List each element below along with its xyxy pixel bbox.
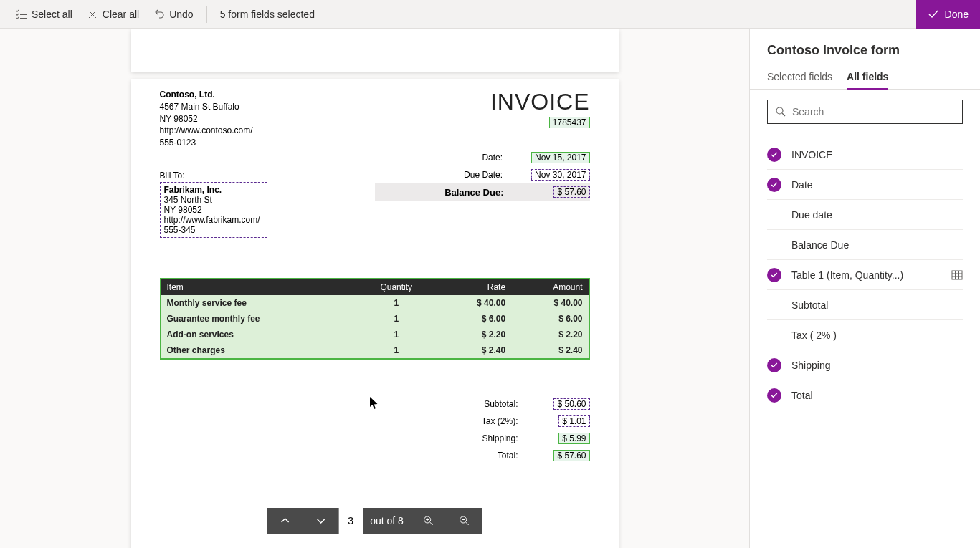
field-item[interactable]: INVOICE [767, 140, 963, 170]
tab-all-fields[interactable]: All fields [847, 71, 888, 90]
svg-rect-3 [952, 271, 962, 279]
company-block: Contoso, Ltd. 4567 Main St Buffalo NY 98… [160, 89, 253, 149]
select-all-button[interactable]: Select all [9, 0, 80, 28]
cell-item: Other charges [161, 342, 356, 359]
select-all-label: Select all [32, 9, 72, 20]
cell-item: Monthly service fee [161, 295, 356, 311]
zoom-out-icon [459, 515, 470, 527]
invoice-title: INVOICE [490, 89, 590, 115]
field-item[interactable]: Tax ( 2% ) [767, 320, 963, 350]
table-icon [951, 269, 963, 281]
selection-status: 5 form fields selected [213, 9, 322, 20]
chevron-down-icon [315, 515, 326, 527]
prev-page-button[interactable] [267, 508, 303, 534]
cell-qty: 1 [356, 342, 437, 359]
balance-due-label: Balance Due: [375, 187, 504, 198]
done-button[interactable]: Done [916, 0, 980, 29]
invoice-number-field[interactable]: 1785437 [549, 117, 590, 128]
company-url: http://www.contoso.com/ [160, 125, 253, 137]
list-check-icon [16, 9, 27, 20]
cell-item: Add-on services [161, 327, 356, 342]
cell-item: Guarantee monthly fee [161, 311, 356, 327]
zoom-in-icon [423, 515, 434, 527]
col-qty: Quantity [356, 279, 437, 295]
field-label: Due date [791, 209, 963, 221]
undo-label: Undo [169, 9, 193, 20]
toolbar-divider [206, 6, 207, 23]
company-city: NY 98052 [160, 113, 253, 125]
search-box[interactable] [767, 100, 963, 124]
table-row: Guarantee monthly fee 1 $ 6.00 $ 6.00 [161, 311, 589, 327]
field-item[interactable]: Date [767, 170, 963, 200]
total-label: Total: [160, 451, 518, 461]
check-circle-icon [767, 148, 781, 162]
shipping-field[interactable]: $ 5.99 [558, 433, 589, 444]
panel-title: Contoso invoice form [750, 43, 980, 71]
field-item[interactable]: Table 1 (Item, Quantity...) [767, 260, 963, 290]
billto-phone: 555-345 [164, 225, 263, 235]
tab-selected-fields[interactable]: Selected fields [767, 71, 832, 89]
line-items-table[interactable]: Item Quantity Rate Amount Monthly servic… [160, 278, 590, 360]
clear-all-button[interactable]: Clear all [80, 0, 146, 28]
search-input[interactable] [792, 106, 955, 117]
total-field[interactable]: $ 57.60 [553, 450, 589, 461]
date-field[interactable]: Nov 15, 2017 [531, 152, 589, 163]
field-label: Table 1 (Item, Quantity...) [791, 269, 941, 281]
next-page-button[interactable] [303, 508, 338, 534]
table-row: Monthly service fee 1 $ 40.00 $ 40.00 [161, 295, 589, 311]
check-circle-icon [767, 178, 781, 192]
due-date-field[interactable]: Nov 30, 2017 [531, 169, 589, 181]
done-label: Done [945, 9, 969, 20]
due-date-label: Due Date: [375, 170, 503, 180]
field-item[interactable]: Total [767, 380, 963, 410]
billto-city: NY 98052 [164, 205, 263, 215]
table-row: Add-on services 1 $ 2.20 $ 2.20 [161, 327, 589, 342]
x-icon [87, 9, 98, 20]
cell-qty: 1 [356, 311, 437, 327]
check-circle-icon [767, 268, 781, 282]
col-rate: Rate [437, 279, 511, 295]
company-name: Contoso, Ltd. [160, 89, 253, 101]
tax-field[interactable]: $ 1.01 [558, 415, 589, 427]
cell-rate: $ 40.00 [437, 295, 511, 311]
billto-street: 345 North St [164, 195, 263, 205]
field-label: Total [791, 390, 963, 401]
shipping-label: Shipping: [160, 433, 518, 443]
invoice-document: Contoso, Ltd. 4567 Main St Buffalo NY 98… [131, 79, 619, 548]
cell-amount: $ 6.00 [511, 311, 589, 327]
field-item[interactable]: Shipping [767, 350, 963, 380]
balance-due-field[interactable]: $ 57.60 [553, 186, 589, 198]
company-phone: 555-0123 [160, 137, 253, 149]
previous-page-sliver [131, 29, 619, 72]
field-label: Shipping [791, 360, 963, 371]
field-label: Balance Due [791, 239, 963, 251]
date-label: Date: [375, 153, 503, 163]
zoom-in-button[interactable] [411, 508, 447, 534]
cell-rate: $ 2.40 [437, 342, 511, 359]
check-circle-icon [767, 388, 781, 403]
cell-amount: $ 40.00 [511, 295, 589, 311]
clear-all-label: Clear all [103, 9, 139, 20]
cell-rate: $ 6.00 [437, 311, 511, 327]
field-item[interactable]: Balance Due [767, 230, 963, 260]
check-circle-icon [767, 358, 781, 372]
document-canvas: Contoso, Ltd. 4567 Main St Buffalo NY 98… [0, 29, 749, 548]
billto-field[interactable]: Fabrikam, Inc. 345 North St NY 98052 htt… [160, 182, 267, 238]
undo-button[interactable]: Undo [146, 0, 200, 28]
billto-url: http://www.fabrikam.com/ [164, 215, 263, 225]
page-total: out of 8 [363, 508, 411, 534]
undo-icon [153, 9, 165, 20]
field-item[interactable]: Due date [767, 200, 963, 230]
field-label: INVOICE [791, 149, 963, 160]
company-street: 4567 Main St Buffalo [160, 101, 253, 113]
col-item: Item [161, 279, 356, 295]
zoom-out-button[interactable] [447, 508, 482, 534]
cell-rate: $ 2.20 [437, 327, 511, 342]
cell-amount: $ 2.20 [511, 327, 589, 342]
search-icon [775, 106, 786, 117]
subtotal-field[interactable]: $ 50.60 [553, 398, 589, 410]
field-item[interactable]: Subtotal [767, 290, 963, 320]
cell-amount: $ 2.40 [511, 342, 589, 359]
billto-name: Fabrikam, Inc. [164, 185, 263, 195]
page-input[interactable] [338, 508, 363, 534]
